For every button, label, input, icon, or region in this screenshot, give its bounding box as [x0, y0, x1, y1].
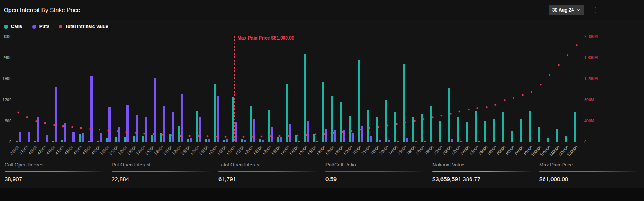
put-bar-88000[interactable] [496, 142, 498, 142]
intrinsic-value-dot-100000[interactable] [540, 84, 541, 85]
put-bar-78000[interactable] [433, 142, 435, 142]
put-bar-64000[interactable] [289, 124, 291, 142]
intrinsic-value-dot-78000[interactable] [432, 117, 433, 118]
intrinsic-value-dot-90000[interactable] [504, 99, 505, 101]
intrinsic-value-dot-42000[interactable] [44, 122, 46, 124]
put-bar-61500[interactable] [244, 140, 246, 142]
call-bar-46000[interactable] [70, 142, 72, 142]
put-bar-95000[interactable] [532, 142, 534, 142]
call-bar-75000[interactable] [403, 64, 405, 142]
put-bar-55000[interactable] [154, 78, 156, 142]
intrinsic-value-dot-46000[interactable] [71, 126, 73, 128]
put-bar-50000[interactable] [108, 107, 111, 142]
call-bar-74000[interactable] [394, 112, 396, 142]
put-bar-60500[interactable] [226, 139, 228, 142]
call-bar-100000[interactable] [538, 127, 540, 142]
call-bar-77000[interactable] [421, 114, 423, 142]
call-bar-60500[interactable] [223, 140, 225, 142]
call-bar-68000[interactable] [340, 102, 342, 142]
put-bar-59500[interactable] [208, 139, 210, 142]
intrinsic-value-dot-63500[interactable] [279, 135, 280, 137]
intrinsic-value-dot-54000[interactable] [143, 133, 145, 134]
put-bar-80000[interactable] [451, 139, 453, 142]
intrinsic-value-dot-95000[interactable] [531, 91, 532, 93]
call-bar-30000[interactable] [16, 141, 18, 142]
intrinsic-value-dot-68000[interactable] [342, 131, 343, 133]
call-bar-90000[interactable] [502, 112, 504, 142]
put-bar-77000[interactable] [424, 141, 426, 142]
intrinsic-value-dot-58000[interactable] [179, 135, 181, 137]
put-bar-84000[interactable] [469, 142, 471, 142]
legend-item-intrinsic-value[interactable]: Total Intrinsic Value [59, 24, 108, 29]
kebab-menu-icon[interactable]: ⋮ [591, 5, 599, 15]
call-bar-62500[interactable] [259, 139, 261, 142]
call-bar-63500[interactable] [277, 137, 279, 142]
put-bar-51000[interactable] [118, 127, 120, 142]
put-bar-86000[interactable] [487, 142, 489, 142]
intrinsic-value-dot-74000[interactable] [396, 123, 397, 125]
call-bar-61500[interactable] [241, 139, 243, 142]
call-bar-72000[interactable] [376, 117, 378, 142]
intrinsic-value-dot-105000[interactable] [549, 74, 550, 76]
legend-item-calls[interactable]: Calls [4, 24, 22, 29]
put-bar-30000[interactable] [19, 132, 21, 142]
put-bar-79000[interactable] [442, 142, 444, 142]
intrinsic-value-dot-84000[interactable] [468, 109, 469, 110]
call-bar-61000[interactable] [232, 97, 234, 142]
intrinsic-value-dot-49000[interactable] [99, 129, 100, 130]
intrinsic-value-dot-60000[interactable] [215, 136, 217, 137]
intrinsic-value-dot-110000[interactable] [558, 64, 559, 66]
call-bar-95000[interactable] [529, 111, 531, 142]
intrinsic-value-dot-60500[interactable] [225, 136, 226, 137]
call-bar-71000[interactable] [367, 110, 369, 142]
put-bar-61000[interactable] [235, 122, 237, 142]
put-bar-35000[interactable] [28, 132, 30, 142]
intrinsic-value-dot-67000[interactable] [333, 132, 334, 134]
intrinsic-value-dot-75000[interactable] [405, 122, 406, 123]
call-bar-55000[interactable] [151, 135, 153, 142]
expiry-date-selector[interactable]: 30 Aug 24 [549, 5, 584, 15]
call-bar-42000[interactable] [43, 142, 45, 142]
call-bar-44000[interactable] [52, 141, 54, 142]
call-bar-63000[interactable] [268, 110, 270, 142]
call-bar-94000[interactable] [520, 119, 522, 142]
put-bar-66000[interactable] [325, 129, 327, 142]
put-bar-58000[interactable] [181, 94, 183, 142]
put-bar-46000[interactable] [72, 132, 75, 142]
call-bar-86000[interactable] [484, 121, 486, 142]
intrinsic-value-dot-77000[interactable] [423, 118, 424, 120]
call-bar-40000[interactable] [34, 141, 36, 142]
call-bar-53000[interactable] [133, 136, 135, 142]
put-bar-94000[interactable] [523, 142, 525, 142]
intrinsic-value-dot-40000[interactable] [36, 120, 37, 122]
intrinsic-value-dot-51000[interactable] [117, 130, 118, 132]
call-bar-60000[interactable] [214, 84, 216, 142]
put-bar-59000[interactable] [199, 117, 201, 142]
intrinsic-value-dot-50000[interactable] [107, 130, 109, 131]
put-bar-71000[interactable] [370, 136, 372, 142]
intrinsic-value-dot-63000[interactable] [269, 135, 271, 137]
put-bar-75000[interactable] [406, 138, 408, 142]
intrinsic-value-dot-69000[interactable] [351, 130, 352, 132]
call-bar-69000[interactable] [349, 116, 351, 142]
call-bar-64000[interactable] [286, 84, 288, 142]
put-bar-62500[interactable] [262, 140, 264, 142]
intrinsic-value-dot-62500[interactable] [261, 136, 262, 137]
intrinsic-value-dot-52000[interactable] [125, 131, 127, 133]
intrinsic-value-dot-35000[interactable] [26, 116, 28, 118]
call-bar-92000[interactable] [511, 131, 513, 142]
call-bar-48000[interactable] [88, 141, 90, 142]
put-bar-49000[interactable] [100, 133, 102, 142]
intrinsic-value-dot-61500[interactable] [243, 136, 244, 137]
call-bar-47000[interactable] [79, 134, 81, 142]
put-bar-85000[interactable] [478, 141, 480, 142]
call-bar-59000[interactable] [196, 111, 198, 142]
put-bar-52000[interactable] [127, 105, 129, 142]
intrinsic-value-dot-44000[interactable] [54, 124, 55, 126]
call-bar-67000[interactable] [331, 96, 333, 142]
call-bar-73000[interactable] [385, 100, 387, 142]
call-bar-65000[interactable] [304, 54, 306, 142]
call-bar-80000[interactable] [448, 88, 450, 142]
intrinsic-value-dot-88000[interactable] [495, 104, 496, 105]
put-bar-58500[interactable] [190, 138, 192, 142]
